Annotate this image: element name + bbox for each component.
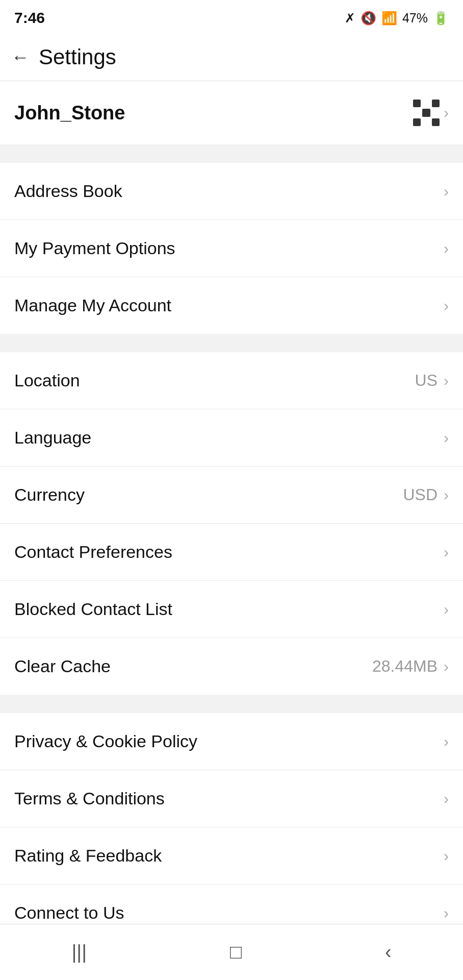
menu-item-address-book[interactable]: Address Book › xyxy=(0,163,463,220)
contact-preferences-chevron: › xyxy=(444,544,449,561)
nav-back-button[interactable]: ‹ xyxy=(385,941,392,963)
payment-options-chevron: › xyxy=(444,240,449,257)
menu-item-location[interactable]: Location US › xyxy=(0,352,463,409)
qr-code-button[interactable]: › xyxy=(413,100,449,126)
clear-cache-label: Clear Cache xyxy=(14,656,111,676)
legal-section: Privacy & Cookie Policy › Terms & Condit… xyxy=(0,713,463,941)
rating-feedback-chevron: › xyxy=(444,847,449,865)
menu-item-language[interactable]: Language › xyxy=(0,409,463,467)
battery-icon: 🔋 xyxy=(433,11,449,26)
currency-chevron: › xyxy=(444,486,449,504)
menu-item-currency[interactable]: Currency USD › xyxy=(0,467,463,524)
privacy-policy-label: Privacy & Cookie Policy xyxy=(14,731,197,751)
menu-item-privacy-policy[interactable]: Privacy & Cookie Policy › xyxy=(0,713,463,770)
blocked-contact-list-label: Blocked Contact List xyxy=(14,599,172,619)
divider-3 xyxy=(0,704,463,713)
bluetooth-icon: ✗ xyxy=(345,11,355,26)
rating-feedback-label: Rating & Feedback xyxy=(14,846,162,866)
nav-home-button[interactable]: □ xyxy=(230,941,242,963)
language-label: Language xyxy=(14,428,91,448)
divider-1 xyxy=(0,154,463,163)
menu-item-blocked-contact-list[interactable]: Blocked Contact List › xyxy=(0,581,463,638)
currency-value: USD xyxy=(403,485,438,504)
profile-chevron: › xyxy=(444,104,449,121)
privacy-policy-chevron: › xyxy=(444,733,449,750)
profile-username: John_Stone xyxy=(14,102,125,124)
connect-to-us-chevron: › xyxy=(444,904,449,922)
terms-conditions-chevron: › xyxy=(444,790,449,807)
language-chevron: › xyxy=(444,429,449,447)
blocked-contact-list-chevron: › xyxy=(444,601,449,618)
clear-cache-value: 28.44MB xyxy=(372,657,438,676)
wifi-icon: 📶 xyxy=(381,11,397,26)
contact-preferences-label: Contact Preferences xyxy=(14,542,172,562)
menu-item-contact-preferences[interactable]: Contact Preferences › xyxy=(0,524,463,581)
top-bar: ← Settings xyxy=(0,34,463,81)
payment-options-label: My Payment Options xyxy=(14,238,175,258)
preferences-section: Location US › Language › Currency USD › xyxy=(0,352,463,695)
address-book-chevron: › xyxy=(444,183,449,200)
menu-item-rating-feedback[interactable]: Rating & Feedback › xyxy=(0,827,463,885)
menu-item-clear-cache[interactable]: Clear Cache 28.44MB › xyxy=(0,638,463,695)
account-section: Address Book › My Payment Options › Mana… xyxy=(0,163,463,334)
status-time: 7:46 xyxy=(14,9,45,27)
menu-item-manage-account[interactable]: Manage My Account › xyxy=(0,277,463,334)
menu-item-terms-conditions[interactable]: Terms & Conditions › xyxy=(0,770,463,827)
manage-account-label: Manage My Account xyxy=(14,296,171,315)
menu-item-payment-options[interactable]: My Payment Options › xyxy=(0,220,463,277)
manage-account-chevron: › xyxy=(444,297,449,314)
profile-section[interactable]: John_Stone › xyxy=(0,81,463,144)
address-book-label: Address Book xyxy=(14,181,122,201)
terms-conditions-label: Terms & Conditions xyxy=(14,789,165,808)
battery-text: 47% xyxy=(402,11,428,26)
status-icons: ✗ 🔇 📶 47% 🔋 xyxy=(345,11,449,26)
back-button[interactable]: ← xyxy=(11,48,30,66)
nav-menu-button[interactable]: ||| xyxy=(71,941,87,963)
qr-icon xyxy=(413,100,440,126)
currency-label: Currency xyxy=(14,485,85,505)
location-label: Location xyxy=(14,371,80,390)
location-chevron: › xyxy=(444,372,449,389)
clear-cache-chevron: › xyxy=(444,658,449,675)
bottom-nav: ||| □ ‹ xyxy=(0,924,463,980)
page-title: Settings xyxy=(39,45,116,69)
location-value: US xyxy=(415,371,438,390)
status-bar: 7:46 ✗ 🔇 📶 47% 🔋 xyxy=(0,0,463,34)
connect-to-us-label: Connect to Us xyxy=(14,903,124,923)
mute-icon: 🔇 xyxy=(361,11,376,26)
divider-2 xyxy=(0,343,463,352)
